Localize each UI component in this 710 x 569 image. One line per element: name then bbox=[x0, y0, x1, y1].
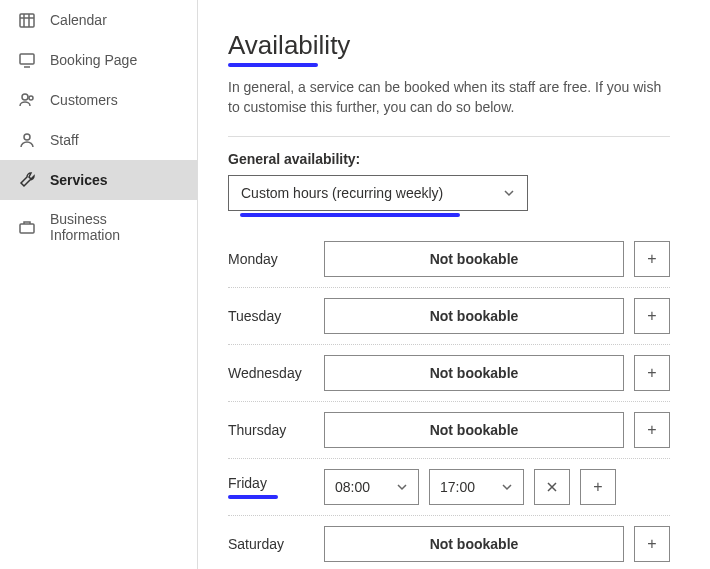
chevron-down-icon bbox=[503, 187, 515, 199]
add-slot-button[interactable]: + bbox=[634, 526, 670, 562]
day-label: Wednesday bbox=[228, 365, 314, 381]
day-row-saturday: Saturday Not bookable + bbox=[228, 516, 670, 569]
not-bookable-box: Not bookable bbox=[324, 355, 624, 391]
page-description: In general, a service can be booked when… bbox=[228, 77, 670, 118]
nav-label: Booking Page bbox=[50, 52, 137, 68]
annotation-underline bbox=[228, 495, 278, 499]
day-label-text: Friday bbox=[228, 475, 267, 491]
day-label: Friday bbox=[228, 475, 314, 499]
start-time-select[interactable]: 08:00 bbox=[324, 469, 419, 505]
not-bookable-box: Not bookable bbox=[324, 241, 624, 277]
main-content: Availability In general, a service can b… bbox=[198, 0, 710, 569]
nav-calendar[interactable]: Calendar bbox=[0, 0, 197, 40]
chevron-down-icon bbox=[396, 481, 408, 493]
page-title: Availability bbox=[228, 30, 670, 61]
svg-point-7 bbox=[29, 96, 33, 100]
nav-label: Business Information bbox=[50, 211, 179, 243]
day-row-wednesday: Wednesday Not bookable + bbox=[228, 345, 670, 402]
nav-label: Staff bbox=[50, 132, 79, 148]
general-availability-label: General availability: bbox=[228, 151, 670, 167]
not-bookable-box: Not bookable bbox=[324, 298, 624, 334]
day-row-tuesday: Tuesday Not bookable + bbox=[228, 288, 670, 345]
svg-rect-0 bbox=[20, 14, 34, 27]
nav-label: Services bbox=[50, 172, 108, 188]
svg-point-6 bbox=[22, 94, 28, 100]
availability-dropdown[interactable]: Custom hours (recurring weekly) bbox=[228, 175, 528, 211]
end-time-select[interactable]: 17:00 bbox=[429, 469, 524, 505]
svg-rect-4 bbox=[20, 54, 34, 64]
remove-slot-button[interactable] bbox=[534, 469, 570, 505]
add-slot-button[interactable]: + bbox=[580, 469, 616, 505]
annotation-underline bbox=[240, 213, 460, 217]
end-time-value: 17:00 bbox=[440, 479, 475, 495]
customers-icon bbox=[18, 91, 36, 109]
dropdown-value: Custom hours (recurring weekly) bbox=[241, 185, 443, 201]
calendar-icon bbox=[18, 11, 36, 29]
day-row-friday: Friday 08:00 17:00 + bbox=[228, 459, 670, 516]
not-bookable-box: Not bookable bbox=[324, 526, 624, 562]
day-row-thursday: Thursday Not bookable + bbox=[228, 402, 670, 459]
nav-customers[interactable]: Customers bbox=[0, 80, 197, 120]
briefcase-icon bbox=[18, 218, 36, 236]
wrench-icon bbox=[18, 171, 36, 189]
close-icon bbox=[546, 481, 558, 493]
monitor-icon bbox=[18, 51, 36, 69]
nav-booking-page[interactable]: Booking Page bbox=[0, 40, 197, 80]
nav-business-info[interactable]: Business Information bbox=[0, 200, 197, 254]
nav-services[interactable]: Services bbox=[0, 160, 197, 200]
chevron-down-icon bbox=[501, 481, 513, 493]
add-slot-button[interactable]: + bbox=[634, 355, 670, 391]
divider bbox=[228, 136, 670, 137]
not-bookable-box: Not bookable bbox=[324, 412, 624, 448]
staff-icon bbox=[18, 131, 36, 149]
add-slot-button[interactable]: + bbox=[634, 298, 670, 334]
day-label: Thursday bbox=[228, 422, 314, 438]
nav-staff[interactable]: Staff bbox=[0, 120, 197, 160]
sidebar: Calendar Booking Page Customers Staff Se… bbox=[0, 0, 198, 569]
add-slot-button[interactable]: + bbox=[634, 241, 670, 277]
add-slot-button[interactable]: + bbox=[634, 412, 670, 448]
svg-point-8 bbox=[24, 134, 30, 140]
day-row-monday: Monday Not bookable + bbox=[228, 231, 670, 288]
day-label: Monday bbox=[228, 251, 314, 267]
start-time-value: 08:00 bbox=[335, 479, 370, 495]
day-label: Saturday bbox=[228, 536, 314, 552]
annotation-underline bbox=[228, 63, 318, 67]
day-label: Tuesday bbox=[228, 308, 314, 324]
nav-label: Calendar bbox=[50, 12, 107, 28]
nav-label: Customers bbox=[50, 92, 118, 108]
svg-rect-9 bbox=[20, 224, 34, 233]
